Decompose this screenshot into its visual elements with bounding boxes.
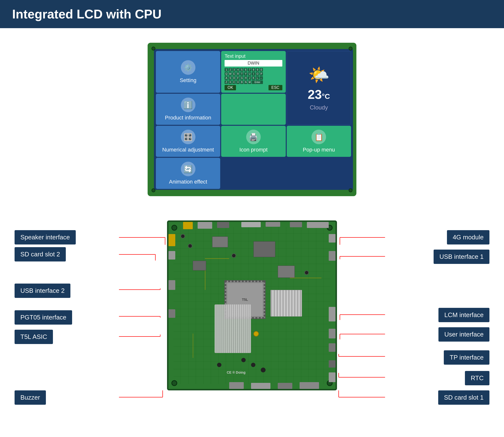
tile-text-input: Text input DWIN 1234567890 QWERTYUIOP AS…	[221, 51, 286, 93]
trace-3	[290, 278, 321, 278]
label-4g-module: 4G module	[447, 230, 489, 245]
weather-desc: Cloudy	[310, 104, 328, 111]
mount-hole-tr	[349, 47, 353, 50]
tile-animation-label: Animation effect	[169, 179, 207, 185]
page-title: Integrated LCD with CPU	[12, 7, 492, 21]
tile-setting: ⚙️ Setting	[156, 51, 220, 93]
label-sd-card-slot-1: SD card slot 1	[438, 390, 489, 405]
ce-label: CE ® Doing	[227, 370, 246, 374]
trace-4	[193, 334, 193, 358]
tile-numerical: 🎛️ Numerical adjustment	[156, 126, 220, 157]
connector-right-tp	[329, 343, 336, 352]
page-header: Integrated LCD with CPU	[0, 0, 504, 28]
pcb-container: T5L	[162, 216, 342, 395]
mount-bl	[171, 380, 177, 386]
connector-top-4	[241, 222, 261, 227]
cap-1	[181, 234, 185, 238]
mount-hole-br	[349, 189, 353, 192]
label-buzzer: Buzzer	[15, 390, 46, 405]
heatsink	[270, 290, 302, 317]
tile-animation: 🔄 Animation effect	[156, 158, 220, 189]
connector-left-sd2	[168, 251, 175, 259]
cap-7	[261, 367, 266, 372]
ribbon-cable	[215, 304, 251, 353]
connector-right-usb1	[329, 251, 336, 261]
tile-product: ℹ️ Product information	[156, 94, 220, 125]
tile-icon-prompt: 🖨️ Icon prompt	[221, 126, 286, 157]
ic-chip-1	[253, 241, 275, 257]
label-pgt05-interface: PGT05 interface	[15, 310, 72, 325]
connector-left-pgt05	[168, 309, 175, 318]
sun-icon: 🌤️	[308, 65, 329, 85]
tile-popup-label: Pop-up menu	[303, 147, 335, 153]
label-speaker-interface: Speaker interface	[15, 230, 76, 245]
label-user-interface: User interface	[438, 327, 489, 342]
label-lcm-interface: LCM interface	[438, 308, 489, 322]
numerical-icon: 🎛️	[181, 130, 196, 144]
connector-top-2	[198, 222, 212, 229]
tile-setting-label: Setting	[180, 77, 196, 83]
tile-weather: 🌤️ 23°C Cloudy	[287, 51, 351, 125]
connector-top-7	[307, 222, 329, 228]
text-input-value: DWIN	[225, 60, 282, 67]
product-icon: ℹ️	[181, 98, 196, 112]
mount-hole-tl	[151, 47, 155, 50]
label-usb-interface-2: USB interface 2	[15, 284, 70, 298]
connector-right-rtc	[329, 360, 336, 367]
tile-icon-prompt-label: Icon prompt	[239, 147, 267, 153]
cap-6	[251, 363, 255, 367]
connector-bottom-buzzer	[229, 382, 244, 389]
setting-icon: ⚙️	[181, 60, 196, 75]
ic-chip-3	[193, 261, 206, 270]
tile-product-label: Product information	[165, 115, 211, 121]
tile-numerical-label: Numerical adjustment	[162, 147, 214, 153]
connector-bottom-2	[251, 383, 270, 389]
cap-4	[305, 270, 309, 275]
connector-top-3	[217, 222, 229, 228]
icon-prompt-icon: 🖨️	[246, 130, 261, 144]
connector-right-sd1	[329, 372, 336, 382]
lcd-frame: ⚙️ Setting Text input DWIN 1234567890 QW…	[148, 43, 356, 196]
label-tp-interface: TP interface	[444, 350, 489, 365]
connector-bottom-3	[278, 383, 292, 389]
cap-gold	[253, 331, 259, 337]
ic-chip-4	[278, 266, 295, 278]
label-t5l-asic: T5L ASIC	[15, 330, 53, 344]
mount-tl	[171, 225, 177, 231]
connector-right-4g	[329, 234, 336, 243]
lcd-screen: ⚙️ Setting Text input DWIN 1234567890 QW…	[154, 49, 353, 190]
popup-icon: 📋	[311, 130, 326, 144]
label-usb-interface-1: USB interface 1	[434, 249, 489, 264]
label-sd-card-slot-2: SD card slot 2	[15, 247, 66, 261]
connector-right-lcm	[329, 307, 336, 321]
animation-icon: 🔄	[181, 162, 196, 176]
pcb-board: T5L	[167, 220, 337, 390]
tile-keyboard-extra	[221, 94, 286, 125]
cap-3	[232, 253, 236, 258]
ic-chip-2	[212, 237, 228, 247]
weather-temp: 23°C	[308, 87, 330, 102]
trace-2	[205, 270, 205, 290]
connector-top-5	[266, 222, 280, 227]
label-rtc: RTC	[465, 371, 489, 385]
lcd-display-section: ⚙️ Setting Text input DWIN 1234567890 QW…	[0, 43, 504, 196]
text-input-label: Text input	[225, 53, 246, 59]
tile-popup: 📋 Pop-up menu	[287, 126, 351, 157]
cap-5	[241, 358, 246, 362]
keyboard-grid: 1234567890 QWERTYUIOP ASDFGHJKL← ZXCVBNM…	[225, 68, 263, 84]
connector-left-speaker	[168, 234, 175, 246]
connector-top-1	[183, 222, 193, 229]
cap-2	[188, 244, 192, 248]
connector-right-user	[329, 329, 336, 338]
trace-1	[205, 258, 229, 259]
connector-bottom-4	[300, 382, 319, 389]
cap-8	[217, 363, 221, 367]
diagram-section: T5L	[0, 216, 504, 437]
connector-left-usb2	[168, 280, 175, 290]
connector-top-6	[290, 222, 302, 227]
mount-hole-bl	[151, 189, 155, 192]
